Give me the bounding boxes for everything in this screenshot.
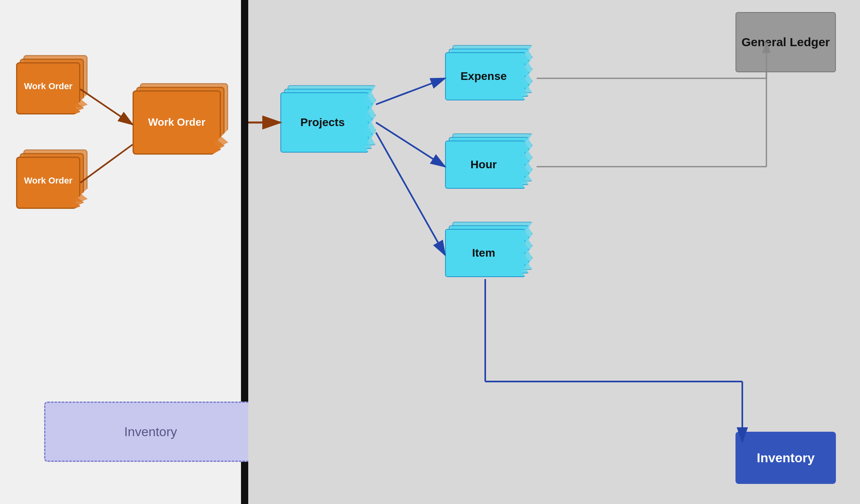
wo-merged-front: Work Order bbox=[133, 90, 221, 155]
projects-front: Projects bbox=[280, 92, 369, 153]
item-front: Item bbox=[445, 229, 525, 277]
expense-front: Expense bbox=[445, 52, 525, 100]
svg-line-9 bbox=[376, 122, 445, 167]
item-label: Item bbox=[472, 247, 495, 259]
wo-top-front: Work Order bbox=[16, 62, 80, 114]
svg-line-0 bbox=[80, 89, 133, 124]
inventory-solid-box: Inventory bbox=[735, 432, 836, 484]
inventory-dashed-box: Inventory bbox=[44, 402, 257, 462]
wo-merged-label: Work Order bbox=[148, 116, 206, 129]
svg-line-8 bbox=[376, 78, 445, 104]
hour-label: Hour bbox=[470, 158, 496, 171]
hour-front: Hour bbox=[445, 141, 525, 189]
wo-top-label: Work Order bbox=[24, 81, 73, 92]
inventory-dashed-label: Inventory bbox=[124, 424, 177, 439]
wo-bottom-label: Work Order bbox=[24, 175, 73, 186]
svg-line-1 bbox=[80, 145, 133, 183]
general-ledger-label: General Ledger bbox=[742, 35, 830, 49]
projects-label: Projects bbox=[300, 116, 345, 129]
general-ledger-box: General Ledger bbox=[735, 12, 836, 72]
svg-line-10 bbox=[376, 133, 445, 255]
left-panel: Work Order Work Order Work Order Invento… bbox=[0, 0, 241, 504]
wo-bottom-front: Work Order bbox=[16, 157, 80, 209]
inventory-solid-label: Inventory bbox=[757, 451, 815, 465]
right-panel: General Ledger Projects Expense Hour Ite… bbox=[248, 0, 860, 504]
expense-label: Expense bbox=[460, 70, 507, 83]
right-arrows-svg bbox=[248, 0, 860, 504]
